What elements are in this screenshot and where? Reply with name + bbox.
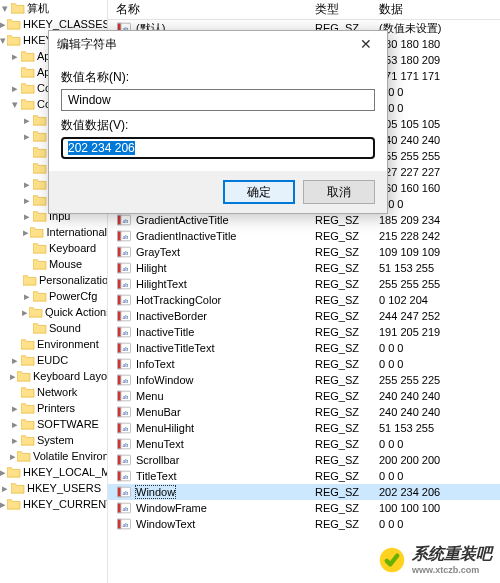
expand-icon[interactable]: ▸ <box>10 450 16 463</box>
tree-item[interactable]: ▾算机 <box>0 0 107 16</box>
folder-icon <box>21 98 35 110</box>
string-value-icon: ab <box>116 357 132 371</box>
tree-item-label: Mouse <box>49 258 82 270</box>
value-name-label: 数值名称(N): <box>61 69 375 86</box>
table-row[interactable]: abMenuREG_SZ240 240 240 <box>108 388 500 404</box>
tree-item[interactable]: ▸Keyboard Layout <box>0 368 107 384</box>
header-name[interactable]: 名称 <box>108 1 307 18</box>
tree-item[interactable]: ▸Quick Actions <box>0 304 107 320</box>
tree-item[interactable]: ▸HKEY_USERS <box>0 480 107 496</box>
table-row[interactable]: abInactiveTitleREG_SZ191 205 219 <box>108 324 500 340</box>
expand-icon[interactable]: ▸ <box>10 402 20 415</box>
table-row[interactable]: abScrollbarREG_SZ200 200 200 <box>108 452 500 468</box>
value-name-input[interactable] <box>61 89 375 111</box>
row-data: 200 200 200 <box>371 454 500 466</box>
watermark-text: 系统重装吧 <box>412 545 492 562</box>
table-row[interactable]: abInfoWindowREG_SZ255 255 225 <box>108 372 500 388</box>
dialog-buttons: 确定 取消 <box>49 171 387 213</box>
string-value-icon: ab <box>116 389 132 403</box>
value-data-input[interactable] <box>61 137 375 159</box>
table-row[interactable]: abWindowFrameREG_SZ100 100 100 <box>108 500 500 516</box>
expand-icon[interactable]: ▸ <box>0 18 6 31</box>
tree-item[interactable]: Mouse <box>0 256 107 272</box>
expand-icon[interactable]: ▾ <box>0 34 6 47</box>
row-name: InactiveTitleText <box>136 342 214 354</box>
expand-icon[interactable]: ▸ <box>0 482 10 495</box>
expand-icon[interactable]: ▸ <box>10 354 20 367</box>
tree-item[interactable]: ▸HKEY_CURRENT_CONFIG <box>0 496 107 512</box>
table-row[interactable]: abMenuTextREG_SZ0 0 0 <box>108 436 500 452</box>
expand-icon[interactable]: ▸ <box>10 82 20 95</box>
table-row[interactable]: abHotTrackingColorREG_SZ0 102 204 <box>108 292 500 308</box>
table-row[interactable]: abInactiveBorderREG_SZ244 247 252 <box>108 308 500 324</box>
tree-item[interactable]: ▸HKEY_LOCAL_MACHINE <box>0 464 107 480</box>
tree-item-label: Sound <box>49 322 81 334</box>
folder-icon <box>21 434 35 446</box>
expand-icon[interactable]: ▸ <box>22 130 32 143</box>
tree-item-label: PowerCfg <box>49 290 97 302</box>
row-name: MenuText <box>136 438 184 450</box>
row-data: 240 240 240 <box>371 134 500 146</box>
table-row[interactable]: abTitleTextREG_SZ0 0 0 <box>108 468 500 484</box>
tree-item[interactable]: Environment <box>0 336 107 352</box>
expand-icon[interactable]: ▸ <box>0 498 6 511</box>
row-data: 0 0 0 <box>371 358 500 370</box>
expand-icon[interactable]: ▸ <box>22 290 32 303</box>
tree-item[interactable]: ▸SOFTWARE <box>0 416 107 432</box>
table-row[interactable]: abInactiveTitleTextREG_SZ0 0 0 <box>108 340 500 356</box>
row-data: 0 0 0 <box>371 86 500 98</box>
expand-icon[interactable]: ▾ <box>0 2 10 15</box>
tree-item[interactable]: ▸EUDC <box>0 352 107 368</box>
tree-item-label: 算机 <box>27 1 49 16</box>
table-row[interactable]: abMenuHilightREG_SZ51 153 255 <box>108 420 500 436</box>
expand-icon[interactable]: ▸ <box>0 466 6 479</box>
table-row[interactable]: abWindowTextREG_SZ0 0 0 <box>108 516 500 532</box>
expand-icon[interactable]: ▸ <box>22 178 32 191</box>
expand-icon[interactable]: ▸ <box>10 434 20 447</box>
tree-item[interactable]: ▸International <box>0 224 107 240</box>
folder-icon <box>33 290 47 302</box>
tree-item[interactable]: Keyboard <box>0 240 107 256</box>
expand-icon[interactable]: ▸ <box>10 418 20 431</box>
expand-icon[interactable]: ▸ <box>10 370 16 383</box>
dialog-title-text: 编辑字符串 <box>57 36 351 53</box>
svg-rect-79 <box>117 439 121 449</box>
table-row[interactable]: abGrayTextREG_SZ109 109 109 <box>108 244 500 260</box>
table-row[interactable]: abHilightTextREG_SZ255 255 255 <box>108 276 500 292</box>
expand-icon[interactable]: ▸ <box>22 210 32 223</box>
tree-item[interactable]: Personalization <box>0 272 107 288</box>
tree-item[interactable]: ▸PowerCfg <box>0 288 107 304</box>
table-row[interactable]: abMenuBarREG_SZ240 240 240 <box>108 404 500 420</box>
list-header: 名称 类型 数据 <box>108 0 500 20</box>
expand-icon[interactable]: ▸ <box>22 226 29 239</box>
table-row[interactable]: abWindowREG_SZ202 234 206 <box>108 484 500 500</box>
table-row[interactable]: abHilightREG_SZ51 153 255 <box>108 260 500 276</box>
table-row[interactable]: abInfoTextREG_SZ0 0 0 <box>108 356 500 372</box>
tree-item[interactable]: Network <box>0 384 107 400</box>
row-name: InactiveTitle <box>136 326 194 338</box>
cancel-button[interactable]: 取消 <box>303 180 375 204</box>
tree-item[interactable]: ▸Volatile Environment <box>0 448 107 464</box>
tree-item[interactable]: ▸Printers <box>0 400 107 416</box>
dialog-titlebar[interactable]: 编辑字符串 ✕ <box>49 31 387 57</box>
table-row[interactable]: abGradientInactiveTitleREG_SZ215 228 242 <box>108 228 500 244</box>
close-icon[interactable]: ✕ <box>351 34 381 54</box>
row-data: 153 180 209 <box>371 54 500 66</box>
expand-icon[interactable]: ▸ <box>22 114 32 127</box>
expand-icon[interactable]: ▸ <box>10 50 20 63</box>
expand-icon[interactable]: ▾ <box>10 98 20 111</box>
header-data[interactable]: 数据 <box>371 1 500 18</box>
svg-rect-46 <box>117 263 121 273</box>
expand-icon[interactable]: ▸ <box>22 194 32 207</box>
row-type: REG_SZ <box>307 406 371 418</box>
string-value-icon: ab <box>116 517 132 531</box>
row-data: 0 0 0 <box>371 342 500 354</box>
svg-text:ab: ab <box>122 282 128 288</box>
table-row[interactable]: abGradientActiveTitleREG_SZ185 209 234 <box>108 212 500 228</box>
row-type: REG_SZ <box>307 342 371 354</box>
tree-item[interactable]: Sound <box>0 320 107 336</box>
tree-item[interactable]: ▸System <box>0 432 107 448</box>
header-type[interactable]: 类型 <box>307 1 371 18</box>
expand-icon[interactable]: ▸ <box>22 306 28 319</box>
ok-button[interactable]: 确定 <box>223 180 295 204</box>
